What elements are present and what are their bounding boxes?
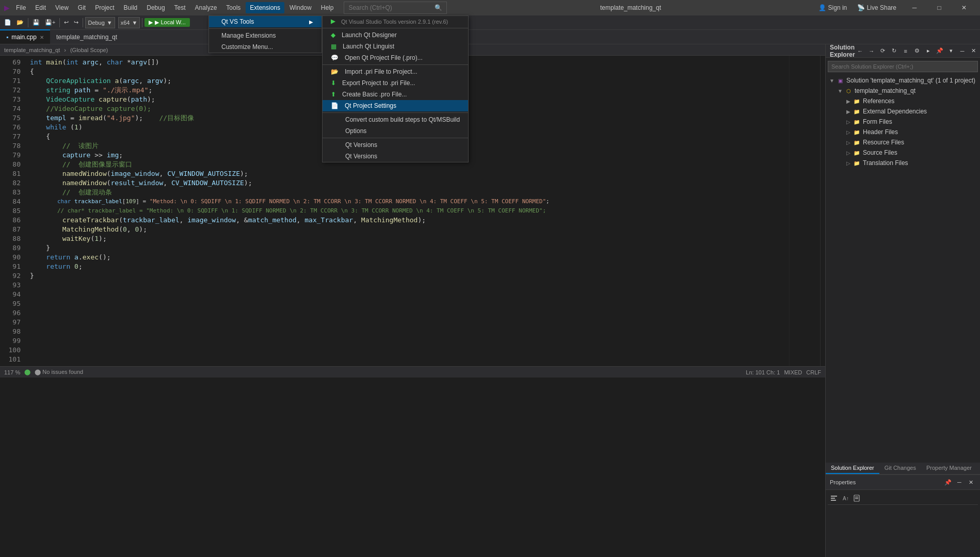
tree-item-external-deps[interactable]: ▶ 📁 External Dependencies [826,106,980,117]
sign-in-area[interactable]: 👤 Sign in [814,2,852,13]
launch-designer-item[interactable]: ▦ Launch Qt Linguist [323,41,468,52]
close-btn[interactable]: ✕ [952,0,976,15]
minimap [789,56,820,366]
menu-extensions[interactable]: Extensions [246,2,284,13]
breadcrumb-scope[interactable]: (Global Scope) [70,47,108,53]
tab-file-icon: ▪ [6,34,8,41]
qt-io-label: Launch Qt Designer [342,31,397,39]
open-qt-project-label: Import .pri File to Project... [345,68,417,75]
toolbar-sep-3 [83,18,83,27]
tab-property-manager[interactable]: Property Manager [921,463,977,474]
tree-item-project[interactable]: ▼ ⬡ template_matching_qt [826,86,980,96]
menu-view[interactable]: View [51,2,73,13]
sidebar-filter-btn[interactable]: ⚙ [912,46,922,56]
tree-item-header-files[interactable]: ▷ 📁 Header Files [826,127,980,137]
run-btn[interactable]: ▶ ▶ Local W... [144,18,189,27]
manage-extensions-item[interactable]: Manage Extensions [209,30,322,41]
properties-close-x-btn[interactable]: ✕ [966,477,976,487]
open-btn[interactable]: 📂 [14,18,26,27]
breadcrumb-project[interactable]: template_matching_qt [4,47,60,53]
menu-window[interactable]: Window [285,2,316,13]
convert-build-steps-item[interactable]: Options [323,125,468,137]
tab-git-changes[interactable]: Git Changes [879,463,921,474]
live-share-btn[interactable]: 📡 Live Share [853,2,901,13]
menu-git[interactable]: Git [74,2,90,13]
sidebar-close-btn[interactable]: ✕ [969,46,979,56]
tree-item-resource-files[interactable]: ▷ 📁 Resource Files [826,137,980,148]
tree-item-translation-files[interactable]: ▷ 📁 Translation Files [826,158,980,168]
tree-item-references[interactable]: ▶ 📁 References [826,96,980,106]
folder-icon-references: 📁 [853,97,861,105]
customize-menu-item[interactable]: Customize Menu... [209,41,322,53]
props-sort-by-category-btn[interactable] [829,493,839,503]
props-sort-alpha-btn[interactable]: A↑ [840,493,850,503]
qt-versions-item[interactable]: Qt Versions [323,151,468,162]
export-pri-item[interactable]: ⬆ Create Basic .pro File... [323,89,468,100]
minimize-btn[interactable]: ─ [903,0,926,15]
user-icon: 👤 [818,4,826,11]
qt-io-item[interactable]: ◆ Launch Qt Designer [323,29,468,41]
menu-project[interactable]: Project [91,2,118,13]
menu-file[interactable]: File [12,2,30,13]
menu-tools[interactable]: Tools [222,2,245,13]
menu-debug[interactable]: Debug [142,2,169,13]
options-item[interactable]: Qt Versions [323,139,468,151]
maximize-btn[interactable]: □ [927,0,951,15]
platform-dropdown[interactable]: x64 ▼ [118,17,140,28]
qt-vs-tools-menu-item[interactable]: Qt VS Tools [209,16,322,27]
code-line-85: namedWindow(image_window, CV_WINDOW_AUTO… [30,169,785,178]
tab-project[interactable]: template_matching_qt [50,29,123,44]
properties-title: Properties [830,479,856,485]
sidebar-forward-btn[interactable]: → [866,46,877,56]
sidebar-close-icon[interactable]: ▸ [923,46,934,56]
zoom-level[interactable]: 117 % [4,369,20,375]
tree-item-form-files[interactable]: ▷ 📁 Form Files [826,117,980,127]
sidebar-minimize-btn[interactable]: ─ [957,46,968,56]
props-property-pages-btn[interactable] [852,493,862,503]
redo-btn[interactable]: ↪ [72,18,81,27]
tab-close-btn[interactable]: ✕ [40,35,44,40]
open-qt-project-item[interactable]: 📂 Import .pri File to Project... [323,66,468,77]
save-btn[interactable]: 💾 [30,18,42,27]
tree-item-source-files[interactable]: ▷ 📁 Source Files [826,148,980,158]
linguist-icon: 💬 [331,54,339,61]
sign-in-label[interactable]: Sign in [828,4,847,11]
menu-analyze[interactable]: Analyze [191,2,221,13]
tree-arrow-source-files: ▷ [844,150,853,156]
import-pri-item[interactable]: ⬇ Export Project to .pri File... [323,77,468,89]
launch-linguist-item[interactable]: 💬 Open Qt Project File (.pro)... [323,52,468,63]
tab-main-cpp[interactable]: ▪ main.cpp ✕ [0,29,50,44]
qt-submenu[interactable]: ▶ Qt Visual Studio Tools version 2.9.1 (… [322,15,469,162]
menu-edit[interactable]: Edit [31,2,50,13]
properties-min-btn[interactable]: ─ [954,477,965,487]
qt-project-settings-label: Convert custom build steps to Qt/MSBuild [345,116,460,123]
sidebar-refresh-btn[interactable]: ↻ [889,46,899,56]
sidebar-settings-btn[interactable]: ▾ [946,46,956,56]
tree-arrow-header-files: ▷ [844,129,853,135]
tree-item-solution[interactable]: ▼ ▣ Solution 'template_matching_qt' (1 o… [826,75,980,86]
qt-project-settings-item[interactable]: Convert custom build steps to Qt/MSBuild [323,114,468,125]
no-issues-label: ⬤ No issues found [35,369,83,375]
line-col-info: Ln: 101 Ch: 1 [746,369,780,375]
qt-version-label: Qt Visual Studio Tools version 2.9.1 (re… [341,19,448,25]
sidebar-pin-btn[interactable]: 📌 [935,46,945,56]
create-pro-item[interactable]: 📄 Qt Project Settings [323,100,468,111]
solution-explorer-header: Solution Explorer ← → ⟳ ↻ ≡ ⚙ ▸ 📌 ▾ ─ ✕ [826,44,980,58]
properties-pin-btn[interactable]: 📌 [943,477,953,487]
vertical-scrollbar[interactable] [820,56,825,366]
menu-build[interactable]: Build [120,2,142,13]
sidebar-back-btn[interactable]: ← [855,46,865,56]
sidebar-sync-btn[interactable]: ⟳ [878,46,888,56]
global-search-input[interactable] [348,4,432,11]
solution-search-input[interactable] [828,61,978,72]
new-project-btn[interactable]: 📄 [2,18,13,27]
menu-help[interactable]: Help [317,2,338,13]
global-search-box[interactable]: 🔍 [344,2,447,14]
sidebar-collapse-btn[interactable]: ≡ [901,46,911,56]
undo-btn[interactable]: ↩ [62,18,71,27]
debug-config-dropdown[interactable]: Debug ▼ [85,17,115,28]
tab-solution-explorer[interactable]: Solution Explorer [826,463,879,474]
save-all-btn[interactable]: 💾+ [43,18,57,27]
menu-test[interactable]: Test [170,2,190,13]
extensions-dropdown[interactable]: Qt VS Tools Manage Extensions Customize … [208,15,322,53]
